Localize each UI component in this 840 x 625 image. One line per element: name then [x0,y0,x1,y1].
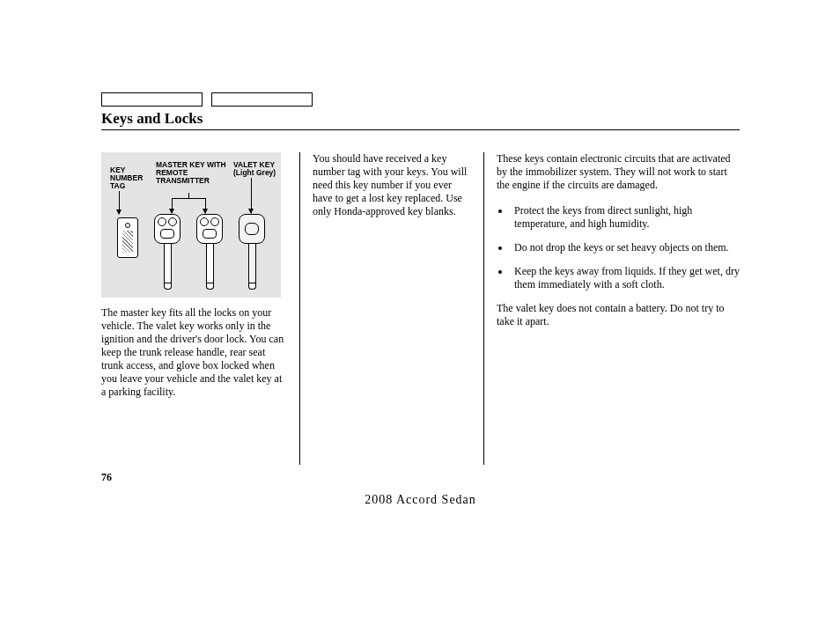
manual-page: Keys and Locks KEY NUMBER TAG MASTER KEY… [101,92,740,465]
label-valet-key-sub: (Light Grey) [233,168,276,177]
arrow-icon [251,178,252,213]
col2-paragraph-1: You should have received a key number ta… [313,152,471,218]
col3-paragraph-2: The valet key does not contain a battery… [497,302,740,328]
footer-model-text: 2008 Accord Sedan [101,493,740,507]
page-number: 76 [101,471,112,484]
master-key-icon [154,214,181,290]
bullet-item: Keep the keys away from liquids. If they… [511,265,740,291]
label-master-key: MASTER KEY WITH REMOTE TRANSMITTER [156,161,226,185]
label-valet-key: VALET KEY (Light Grey) [233,161,282,177]
valet-key-icon [239,214,265,290]
bullet-item: Protect the keys from direct sunlight, h… [511,204,740,231]
bullet-item: Do not drop the keys or set heavy object… [511,241,740,254]
label-key-number-tag: KEY NUMBER TAG [110,166,152,190]
section-title: Keys and Locks [101,110,740,130]
key-number-tag-icon [117,217,138,258]
content-columns: KEY NUMBER TAG MASTER KEY WITH REMOTE TR… [101,152,740,465]
header-box-2 [211,92,313,107]
key-illustrations [101,214,281,298]
header-boxes [101,92,740,107]
column-left: KEY NUMBER TAG MASTER KEY WITH REMOTE TR… [101,152,299,465]
arrow-icon [172,198,173,213]
arrow-icon [119,191,120,214]
column-middle: You should have received a key number ta… [299,152,484,465]
col1-paragraph-1: The master key fits all the locks on you… [101,306,286,399]
arrow-hbar [172,198,205,199]
keys-figure: KEY NUMBER TAG MASTER KEY WITH REMOTE TR… [101,152,281,298]
care-bullet-list: Protect the keys from direct sunlight, h… [497,204,740,291]
master-key-icon [196,214,223,290]
column-right: These keys contain electronic circuits t… [484,152,740,465]
header-box-1 [101,92,203,107]
col3-paragraph-1: These keys contain electronic circuits t… [497,152,740,192]
arrow-icon [205,198,206,213]
